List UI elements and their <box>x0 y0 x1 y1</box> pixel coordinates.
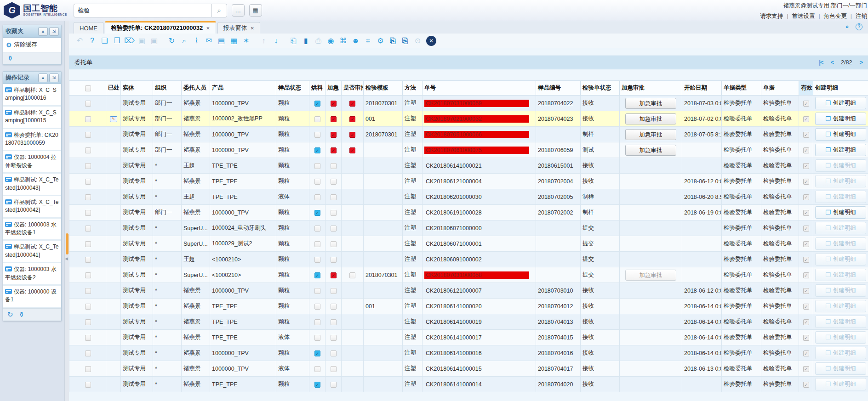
collapse-tabs-icon[interactable]: » <box>844 25 851 28</box>
valid-checkbox[interactable]: ✓ <box>803 272 809 278</box>
export-file2-icon[interactable]: ⎘ <box>399 37 411 45</box>
table-row-5[interactable]: 测试专用*王超TPE_TPE颗粒注塑CK20180614100002120180… <box>69 158 868 174</box>
table-row-6[interactable]: 测试专用*褚燕景TPE_TPE颗粒注塑CK2018061210000042018… <box>69 174 868 189</box>
urgent-checkbox[interactable]: ✓ <box>331 116 337 122</box>
urgent-checkbox[interactable] <box>331 288 337 294</box>
history-item-0[interactable]: 样品制样: X_C_Samping[1000016 <box>3 84 61 107</box>
approve-checkbox[interactable]: ✓ <box>349 132 355 138</box>
table-row-9[interactable]: 测试专用*SuperU...1000024_电动牙刷头颗粒注塑CK2018060… <box>69 220 868 236</box>
table-view-icon[interactable]: ▦ <box>228 36 240 45</box>
trash-icon[interactable]: ⚱ <box>7 54 13 62</box>
bake-checkbox[interactable] <box>314 226 320 232</box>
valid-checkbox[interactable]: ✓ <box>803 304 809 310</box>
valid-checkbox[interactable]: ✓ <box>803 179 809 185</box>
table-row-7[interactable]: 测试专用*王超TPE_TPE液体注塑CK20180620100003020180… <box>69 189 868 205</box>
row-select-checkbox[interactable] <box>85 366 91 372</box>
delete-record-icon[interactable]: ⌦ <box>123 36 136 45</box>
urgent-approve-button[interactable]: 加急审批 <box>625 113 677 124</box>
global-search-input[interactable] <box>74 4 211 17</box>
table-row-14[interactable]: 测试专用*褚燕景TPE_TPE颗粒001注塑CK2018061410000202… <box>69 299 868 314</box>
bake-checkbox[interactable] <box>314 335 320 341</box>
valid-checkbox[interactable]: ✓ <box>803 382 809 388</box>
search-icon[interactable]: ⌕ <box>211 4 227 17</box>
qr-code-button[interactable]: ▦ <box>249 4 262 17</box>
history-item-1[interactable]: 样品制样: X_C_Samping[1000015 <box>3 107 61 129</box>
valid-checkbox[interactable]: ✓ <box>803 257 809 263</box>
valid-checkbox[interactable]: ✓ <box>803 132 809 138</box>
valid-checkbox[interactable]: ✓ <box>803 163 809 169</box>
approve-checkbox[interactable] <box>349 272 355 278</box>
refresh-history-icon[interactable]: ↻ <box>7 311 13 319</box>
copy-record-icon[interactable]: ❐ <box>111 36 123 45</box>
magic-wand-icon[interactable]: ✶ <box>240 36 252 45</box>
attachment-icon[interactable]: ⌇ <box>190 36 203 45</box>
row-select-checkbox[interactable] <box>85 304 91 310</box>
calculator-icon[interactable]: ⌗ <box>362 37 374 45</box>
sidebar-splitter[interactable]: ◀ <box>64 21 69 401</box>
valid-checkbox[interactable]: ✓ <box>803 147 809 153</box>
urgent-approve-button[interactable]: 加急审批 <box>625 145 677 156</box>
urgent-checkbox[interactable]: ✓ <box>331 132 337 138</box>
tab-close-icon[interactable]: ✕ <box>251 26 254 31</box>
row-select-checkbox[interactable] <box>85 257 91 263</box>
history-item-6[interactable]: 仪器: 1000003 水平燃烧设备1 <box>3 219 61 241</box>
row-select-checkbox[interactable] <box>85 382 91 388</box>
urgent-approve-button[interactable]: 加急审批 <box>625 129 677 140</box>
archive-icon[interactable]: ▮ <box>300 36 312 45</box>
bake-checkbox[interactable] <box>314 132 320 138</box>
valid-checkbox[interactable]: ✓ <box>803 335 809 341</box>
pdf-export-icon[interactable]: ⎗ <box>287 37 300 45</box>
splitter-drag-handle[interactable] <box>66 233 69 254</box>
next-page-button[interactable]: > <box>859 59 862 66</box>
table-row-19[interactable]: 测试专用*褚燕景TPE_TPE颗粒✓注塑CK201806141000014201… <box>69 377 868 392</box>
expand-panel-button[interactable]: ⇲ <box>49 73 59 82</box>
history-item-8[interactable]: 仪器: 1000003 水平燃烧设备2 <box>3 263 61 286</box>
urgent-checkbox[interactable] <box>331 319 337 325</box>
bake-checkbox[interactable] <box>314 116 320 122</box>
bake-checkbox[interactable]: ✓ <box>314 272 320 278</box>
valid-checkbox[interactable]: ✓ <box>803 319 809 325</box>
tab-report[interactable]: 报表窗体✕ <box>217 22 260 34</box>
refresh-icon[interactable]: ↻ <box>166 36 178 45</box>
card-view-icon[interactable]: ▤ <box>215 36 228 45</box>
table-row-8[interactable]: 测试专用部门一褚燕景1000000_TPV颗粒✓注塑CK201806191000… <box>69 205 868 220</box>
top-link-0[interactable]: 请求支持 <box>760 13 783 19</box>
urgent-checkbox[interactable] <box>331 304 337 310</box>
table-row-4[interactable]: 测试专用部门一褚燕景1000000_TPV颗粒✓✓✓注塑CK2018070610… <box>69 142 868 158</box>
urgent-checkbox[interactable] <box>331 350 337 356</box>
table-row-17[interactable]: 测试专用*褚燕景1000000_TPV颗粒✓注塑CK20180614100001… <box>69 345 868 361</box>
history-item-5[interactable]: 样品测试: X_C_Tested[1000042] <box>3 196 61 219</box>
create-detail-button[interactable]: ❐创建明细 <box>815 206 866 219</box>
row-select-checkbox[interactable] <box>85 147 91 153</box>
urgent-checkbox[interactable] <box>331 366 337 372</box>
create-detail-button[interactable]: ❐创建明细 <box>815 144 866 156</box>
row-select-checkbox[interactable] <box>85 350 91 356</box>
bake-checkbox[interactable]: ✓ <box>314 147 320 153</box>
approve-checkbox[interactable]: ✓ <box>349 116 355 122</box>
block-icon[interactable]: ✕ <box>426 36 436 46</box>
bake-checkbox[interactable] <box>314 194 320 200</box>
row-select-checkbox[interactable] <box>85 210 91 216</box>
row-select-checkbox[interactable] <box>85 116 91 122</box>
import-down-icon[interactable]: ↓ <box>270 37 282 45</box>
history-item-3[interactable]: 仪器: 1000004 拉伸断裂设备 <box>3 151 61 174</box>
bake-checkbox[interactable]: ✓ <box>314 382 320 388</box>
select-all-checkbox[interactable] <box>85 85 91 91</box>
create-detail-button[interactable]: ❐创建明细 <box>815 128 866 141</box>
bake-checkbox[interactable]: ✓ <box>314 101 320 107</box>
row-select-checkbox[interactable] <box>85 132 91 138</box>
urgent-checkbox[interactable] <box>331 194 337 200</box>
contacts-icon[interactable]: ☻ <box>349 37 362 45</box>
disc-icon[interactable]: ◉ <box>325 36 337 45</box>
urgent-checkbox[interactable] <box>331 335 337 341</box>
urgent-checkbox[interactable] <box>331 163 337 169</box>
table-row-11[interactable]: 测试专用*王超<1000210>颗粒注塑CK201806091000002提交检… <box>69 252 868 267</box>
top-link-3[interactable]: 注销 <box>856 13 867 19</box>
top-link-2[interactable]: 角色变更 <box>824 13 847 19</box>
history-item-7[interactable]: 样品测试: X_C_Tested[1000041] <box>3 241 61 263</box>
table-row-16[interactable]: 测试专用*褚燕景TPE_TPE液体注塑CK2018061410000172018… <box>69 330 868 345</box>
top-link-1[interactable]: 首选设置 <box>792 13 815 19</box>
urgent-checkbox[interactable] <box>331 210 337 216</box>
bake-checkbox[interactable] <box>314 179 320 185</box>
valid-checkbox[interactable]: ✓ <box>803 288 809 294</box>
